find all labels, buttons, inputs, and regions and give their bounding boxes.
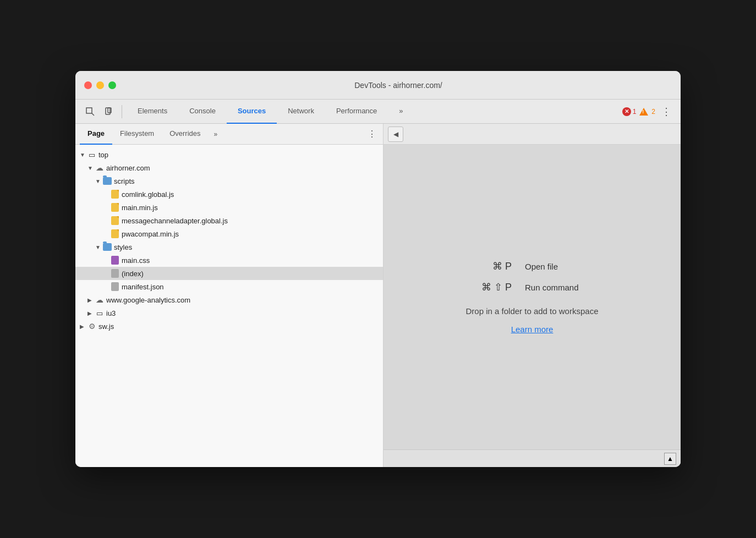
learn-more-link[interactable]: Learn more bbox=[511, 325, 554, 334]
tree-label-top: top bbox=[98, 151, 108, 159]
warning-count: 2 bbox=[651, 108, 655, 116]
gear-icon-sw: ⚙ bbox=[87, 322, 96, 331]
tree-label-airhorner: airhorner.com bbox=[106, 164, 150, 172]
tab-overrides[interactable]: Overrides bbox=[162, 124, 208, 145]
panel-tab-dots[interactable]: ⋮ bbox=[365, 129, 379, 139]
arrow-top: ▼ bbox=[80, 152, 87, 158]
tab-sources[interactable]: Sources bbox=[227, 100, 277, 124]
panel-tab-more[interactable]: » bbox=[211, 129, 221, 139]
tree-label-iu3: iu3 bbox=[106, 309, 116, 317]
svg-rect-0 bbox=[86, 108, 92, 113]
left-panel: Page Filesystem Overrides » ⋮ ▼ ▭ top ▼ … bbox=[75, 124, 384, 467]
warning-badge: 2 bbox=[651, 108, 655, 116]
tab-page[interactable]: Page bbox=[80, 124, 112, 145]
folder-icon-scripts bbox=[103, 177, 112, 185]
arrow-airhorner: ▼ bbox=[87, 165, 95, 171]
tab-console[interactable]: Console bbox=[178, 100, 227, 124]
file-tree: ▼ ▭ top ▼ ☁ airhorner.com ▼ scripts bbox=[75, 145, 383, 467]
panel-tabs: Page Filesystem Overrides » ⋮ bbox=[75, 124, 383, 145]
cloud-icon-google: ☁ bbox=[95, 295, 104, 304]
tree-item-top[interactable]: ▼ ▭ top bbox=[75, 148, 383, 161]
file-icon-manifest bbox=[111, 282, 119, 291]
tree-label-comlink: comlink.global.js bbox=[122, 190, 174, 199]
arrow-iu3: ▶ bbox=[87, 310, 95, 316]
right-panel-toolbar: ◀ bbox=[384, 124, 681, 145]
arrow-google-analytics: ▶ bbox=[87, 297, 95, 303]
tree-item-pwacompat[interactable]: ▶ pwacompat.min.js bbox=[75, 227, 383, 240]
warning-icon-wrap bbox=[639, 108, 648, 116]
toolbar-more-button[interactable]: ⋮ bbox=[659, 104, 674, 119]
error-count: 1 bbox=[633, 108, 637, 116]
device-toolbar-button[interactable] bbox=[101, 103, 117, 120]
tree-item-iu3[interactable]: ▶ ▭ iu3 bbox=[75, 306, 383, 320]
folder-icon-styles bbox=[103, 243, 112, 251]
arrow-styles: ▼ bbox=[95, 244, 103, 250]
shortcut-run-label: Run command bbox=[525, 283, 591, 292]
tab-bar: Elements Console Sources Network Perform… bbox=[127, 100, 620, 124]
file-icon-pwacompat bbox=[111, 229, 119, 238]
tree-item-main-min[interactable]: ▶ main.min.js bbox=[75, 201, 383, 214]
toolbar-divider bbox=[122, 105, 122, 118]
tree-label-index: (index) bbox=[122, 270, 144, 278]
file-icon-mca bbox=[111, 216, 119, 225]
traffic-lights bbox=[84, 81, 116, 89]
tab-elements[interactable]: Elements bbox=[127, 100, 178, 124]
cloud-icon-airhorner: ☁ bbox=[95, 163, 104, 172]
panel-collapse-button[interactable]: ◀ bbox=[388, 127, 403, 142]
tree-item-airhorner[interactable]: ▼ ☁ airhorner.com bbox=[75, 161, 383, 174]
tree-item-manifest[interactable]: ▶ manifest.json bbox=[75, 280, 383, 293]
toolbar: Elements Console Sources Network Perform… bbox=[75, 100, 681, 124]
frame-icon: ▭ bbox=[87, 150, 96, 159]
toolbar-right: ✕ 1 2 ⋮ bbox=[622, 104, 674, 119]
tree-label-sw: sw.js bbox=[98, 322, 114, 331]
drop-text: Drop in a folder to add to workspace bbox=[466, 306, 599, 316]
tab-network[interactable]: Network bbox=[277, 100, 325, 124]
bottom-bar: ▲ bbox=[384, 449, 681, 467]
shortcut-run-key: ⌘ ⇧ P bbox=[473, 281, 512, 293]
window-title: DevTools - airhorner.com/ bbox=[125, 81, 672, 90]
inspect-element-button[interactable] bbox=[82, 103, 98, 120]
tree-label-mca: messagechanneladapter.global.js bbox=[122, 217, 228, 225]
tree-item-comlink[interactable]: ▶ comlink.global.js bbox=[75, 188, 383, 201]
file-icon-comlink bbox=[111, 190, 119, 199]
frame-icon-iu3: ▭ bbox=[95, 309, 104, 317]
devtools-window: DevTools - airhorner.com/ Elements Conso… bbox=[75, 71, 681, 467]
tree-item-styles[interactable]: ▼ styles bbox=[75, 240, 383, 254]
right-panel: ◀ ⌘ P Open file ⌘ ⇧ P Run command Drop i… bbox=[384, 124, 681, 467]
file-icon-main-css bbox=[111, 256, 119, 265]
shortcut-row-open: ⌘ P Open file bbox=[473, 260, 591, 272]
arrow-scripts: ▼ bbox=[95, 178, 103, 184]
title-bar: DevTools - airhorner.com/ bbox=[75, 71, 681, 100]
error-badge: ✕ 1 bbox=[622, 107, 637, 116]
tree-item-sw[interactable]: ▶ ⚙ sw.js bbox=[75, 320, 383, 333]
close-button[interactable] bbox=[84, 81, 92, 89]
tree-label-scripts: scripts bbox=[114, 177, 135, 185]
arrow-sw: ▶ bbox=[80, 323, 87, 330]
tree-item-mca[interactable]: ▶ messagechanneladapter.global.js bbox=[75, 214, 383, 227]
warning-icon bbox=[639, 108, 648, 116]
tree-item-scripts[interactable]: ▼ scripts bbox=[75, 174, 383, 188]
svg-line-1 bbox=[92, 113, 94, 116]
minimize-button[interactable] bbox=[96, 81, 104, 89]
shortcut-open-key: ⌘ P bbox=[473, 260, 512, 272]
error-icon: ✕ bbox=[622, 107, 631, 116]
maximize-button[interactable] bbox=[108, 81, 116, 89]
shortcut-open-label: Open file bbox=[525, 262, 591, 271]
main-content: Page Filesystem Overrides » ⋮ ▼ ▭ top ▼ … bbox=[75, 124, 681, 467]
tab-performance[interactable]: Performance bbox=[325, 100, 388, 124]
tree-label-styles: styles bbox=[114, 243, 132, 251]
right-panel-content: ⌘ P Open file ⌘ ⇧ P Run command Drop in … bbox=[384, 145, 681, 449]
tree-item-google-analytics[interactable]: ▶ ☁ www.google-analytics.com bbox=[75, 293, 383, 306]
tree-label-google-analytics: www.google-analytics.com bbox=[106, 296, 190, 304]
tree-item-index[interactable]: ▶ (index) bbox=[75, 267, 383, 280]
bottom-icon-button[interactable]: ▲ bbox=[664, 453, 676, 465]
tree-label-main-css: main.css bbox=[122, 256, 150, 265]
file-icon-index bbox=[111, 269, 119, 278]
shortcut-row-run: ⌘ ⇧ P Run command bbox=[473, 281, 591, 293]
tab-filesystem[interactable]: Filesystem bbox=[112, 124, 162, 145]
svg-rect-3 bbox=[108, 108, 111, 113]
tree-item-main-css[interactable]: ▶ main.css bbox=[75, 254, 383, 267]
device-icon bbox=[105, 107, 113, 116]
file-icon-main-min bbox=[111, 203, 119, 212]
tab-more[interactable]: » bbox=[388, 100, 414, 124]
